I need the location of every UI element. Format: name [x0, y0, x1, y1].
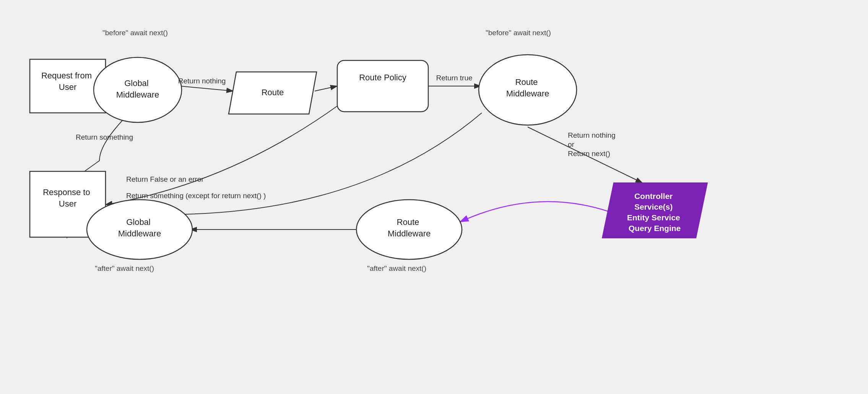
label-route: Route — [262, 88, 284, 97]
edge-label-return-nothing-next: Return nothing or Return next() — [568, 131, 618, 158]
edge-label-return-something-global: Return something — [76, 133, 133, 141]
edge-label-return-true: Return true — [436, 74, 472, 82]
edge-controller-to-route-mw-bottom — [460, 202, 609, 222]
label-route-policy: Route Policy — [359, 73, 406, 82]
edge-route-to-policy — [315, 86, 337, 91]
edge-label-return-false: Return False or an error — [126, 175, 204, 183]
annotation-before-route: "before" await next() — [486, 29, 551, 37]
edge-label-return-something-except: Return something (except for return next… — [126, 192, 266, 200]
node-route-policy — [337, 60, 428, 112]
annotation-before-global: "before" await next() — [102, 29, 168, 37]
edge-global-to-route — [180, 86, 233, 91]
edge-label-return-nothing: Return nothing — [178, 77, 226, 85]
annotation-after-global: "after" await next() — [95, 264, 154, 272]
annotation-after-route: "after" await next() — [367, 264, 426, 272]
diagram-container: Request from User Global Middleware Rout… — [0, 0, 868, 394]
flow-diagram: Request from User Global Middleware Rout… — [0, 0, 868, 394]
